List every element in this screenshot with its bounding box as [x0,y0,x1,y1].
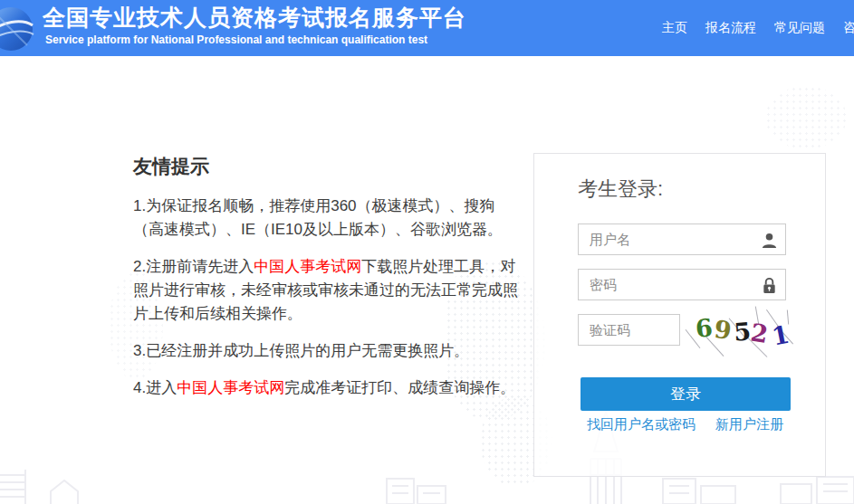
notice-text: 3.已经注册并成功上传照片的用户无需更换照片。 [133,342,469,359]
captcha-code: 6 9 5 2 1 [696,315,790,342]
notice-text: 2.注册前请先进入 [133,258,254,275]
nav-registration-process[interactable]: 报名流程 [705,20,756,36]
globe-logo-icon [0,5,34,52]
notice-text: 1.为保证报名顺畅，推荐使用360（极速模式）、搜狗（高速模式）、IE（IE10… [133,197,503,238]
notice-text: 完成准考证打印、成绩查询操作。 [284,379,515,396]
header-banner: 全国专业技术人员资格考试报名服务平台 Service platform for … [0,0,854,56]
captcha-image[interactable]: 6 9 5 2 1 [694,315,788,353]
notice-item-1: 1.为保证报名顺畅，推荐使用360（极速模式）、搜狗（高速模式）、IE（IE10… [133,195,519,242]
new-user-register-link[interactable]: 新用户注册 [715,416,783,433]
notice-text: 4.进入 [133,379,177,396]
username-input[interactable] [579,224,785,254]
nav-home[interactable]: 主页 [662,20,687,36]
site-subtitle: Service platform for National Profession… [45,33,427,46]
notice-item-3: 3.已经注册并成功上传照片的用户无需更换照片。 [133,339,519,363]
captcha-field-wrapper [578,314,680,346]
notice-item-2: 2.注册前请先进入中国人事考试网下载照片处理工具，对照片进行审核，未经审核或审核… [133,255,519,326]
notice-item-4: 4.进入中国人事考试网完成准考证打印、成绩查询操作。 [133,376,519,400]
captcha-digit: 2 [749,319,772,348]
login-heading: 考生登录: [578,176,663,203]
lock-icon [761,277,778,294]
captcha-digit: 1 [770,320,793,350]
top-nav: 主页 报名流程 常见问题 咨询 [662,20,854,36]
notice-section: 友情提示 1.为保证报名顺畅，推荐使用360（极速模式）、搜狗（高速模式）、IE… [133,156,519,400]
password-field-wrapper [578,269,786,300]
nav-consult[interactable]: 咨询 [843,20,854,36]
cpta-site-link[interactable]: 中国人事考试网 [254,258,361,275]
login-links: 找回用户名或密码 新用户注册 [587,416,783,433]
site-title: 全国专业技术人员资格考试报名服务平台 [43,3,466,33]
dot-map-pattern [765,86,847,149]
login-panel: 考生登录: 6 9 5 2 1 [533,153,826,477]
username-field-wrapper [578,223,786,255]
password-input[interactable] [579,270,785,300]
cpta-site-link[interactable]: 中国人事考试网 [177,379,284,396]
user-icon [761,232,778,249]
captcha-input[interactable] [579,315,679,345]
recover-account-link[interactable]: 找回用户名或密码 [587,416,696,433]
notice-heading: 友情提示 [133,156,519,177]
login-button[interactable]: 登录 [581,377,791,411]
nav-faq[interactable]: 常见问题 [774,20,825,36]
captcha-digit: 9 [713,316,734,345]
